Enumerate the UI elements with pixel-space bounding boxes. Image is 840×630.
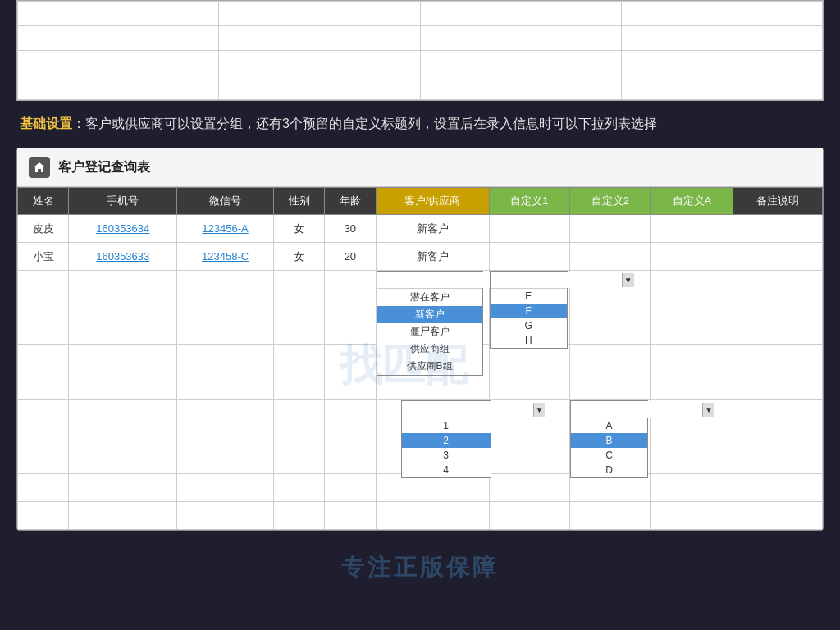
cell-type-dropdown2[interactable]: ▼ 1 2 3 4 xyxy=(376,400,489,474)
cell-age-empty xyxy=(325,271,376,345)
main-card: 客户登记查询表 姓名 手机号 微信号 性别 年龄 客户/供应商 自定义1 自定义… xyxy=(16,148,824,531)
dropdown-custom1-input[interactable] xyxy=(491,272,622,288)
dropdown-option[interactable]: 供应商组 xyxy=(377,340,482,358)
dropdown-input-row2: ▼ xyxy=(491,272,567,289)
dropdown-option[interactable]: 僵尸客户 xyxy=(377,323,482,340)
cell-custom1-dropdown[interactable]: ▼ E F G H xyxy=(489,271,569,345)
dropdown-option[interactable]: H xyxy=(491,333,567,348)
cell-notes xyxy=(733,215,823,243)
cell-age: 30 xyxy=(325,215,376,243)
dropdown-option-selected[interactable]: 2 xyxy=(402,433,491,448)
cell-gender-empty2 xyxy=(273,400,324,474)
dropdown-custom2-input[interactable] xyxy=(571,401,702,418)
cell-notes-empty xyxy=(733,271,823,345)
dropdown-custom1-list: E F G H xyxy=(491,289,567,348)
cell-type: 新客户 xyxy=(376,243,489,271)
cell-phone[interactable]: 160353634 xyxy=(69,215,177,243)
dropdown-option[interactable]: 潜在客户 xyxy=(377,289,482,306)
cell-gender: 女 xyxy=(273,243,324,271)
dropdown-option[interactable]: 1 xyxy=(402,418,491,433)
bottom-watermark: 专注正版保障 xyxy=(341,555,499,580)
cell-age: 20 xyxy=(325,243,376,271)
dropdown-option-selected[interactable]: F xyxy=(491,304,567,318)
col-custom2: 自定义2 xyxy=(570,188,651,215)
dropdown-arrow4-icon[interactable]: ▼ xyxy=(702,403,714,417)
cell-wechat-empty xyxy=(177,271,274,345)
dropdown-type-list: 潜在客户 新客户 僵尸客户 供应商组 供应商B组 xyxy=(377,289,482,375)
page-wrapper: 基础设置：客户或供应商可以设置分组，还有3个预留的自定义标题列，设置后在录入信息… xyxy=(0,0,840,630)
dropdown-option[interactable]: 4 xyxy=(402,463,491,477)
dropdown-type[interactable]: ▼ 潜在客户 新客户 僵尸客户 供应商组 供应商B组 xyxy=(377,271,483,376)
col-customA: 自定义A xyxy=(651,188,733,215)
top-table-area xyxy=(16,0,824,101)
dropdown-arrow2-icon[interactable]: ▼ xyxy=(622,273,634,287)
col-type: 客户/供应商 xyxy=(376,188,489,215)
description-text: ：客户或供应商可以设置分组，还有3个预留的自定义标题列，设置后在录入信息时可以下… xyxy=(72,116,657,130)
cell-gender: 女 xyxy=(273,215,324,243)
cell-age-empty2 xyxy=(325,400,376,474)
cell-phone-empty2 xyxy=(69,400,177,474)
dropdown-option[interactable]: D xyxy=(571,463,647,477)
cell-custom2-dropdown2[interactable]: ▼ A B C D xyxy=(570,400,651,474)
table-row-with-dropdown2: ▼ 1 2 3 4 xyxy=(18,400,823,474)
card-header: 客户登记查询表 xyxy=(17,148,823,187)
cell-custom2 xyxy=(570,215,651,243)
col-gender: 性别 xyxy=(273,188,324,215)
col-name: 姓名 xyxy=(18,188,69,215)
description-section: 基础设置：客户或供应商可以设置分组，还有3个预留的自定义标题列，设置后在录入信息… xyxy=(0,101,840,148)
cell-type-dropdown[interactable]: ▼ 潜在客户 新客户 僵尸客户 供应商组 供应商B组 xyxy=(376,271,489,345)
dropdown-type2-input[interactable] xyxy=(402,401,533,418)
table-row-with-dropdown: ▼ 潜在客户 新客户 僵尸客户 供应商组 供应商B组 xyxy=(18,271,823,345)
cell-notes xyxy=(733,243,823,271)
table-row xyxy=(18,502,823,530)
dropdown-custom2[interactable]: ▼ A B C D xyxy=(570,400,648,478)
cell-wechat[interactable]: 123458-C xyxy=(177,243,274,271)
dropdown-option[interactable]: E xyxy=(491,289,567,304)
dropdown-custom1[interactable]: ▼ E F G H xyxy=(490,271,568,349)
table-header-row: 姓名 手机号 微信号 性别 年龄 客户/供应商 自定义1 自定义2 自定义A 备… xyxy=(18,188,823,215)
cell-wechat[interactable]: 123456-A xyxy=(177,215,274,243)
dropdown-input-row4: ▼ xyxy=(571,401,647,418)
cell-type: 新客户 xyxy=(376,215,489,243)
bottom-section: 专注正版保障 xyxy=(0,547,840,591)
dropdown-option[interactable]: A xyxy=(571,418,647,433)
dropdown-type2[interactable]: ▼ 1 2 3 4 xyxy=(401,400,491,478)
col-age: 年龄 xyxy=(325,188,376,215)
col-phone: 手机号 xyxy=(69,188,177,215)
table-row: 皮皮 160353634 123456-A 女 30 新客户 xyxy=(18,215,823,243)
dropdown-option-selected[interactable]: 新客户 xyxy=(377,306,482,323)
dropdown-type-input[interactable] xyxy=(377,272,509,288)
col-custom1: 自定义1 xyxy=(489,188,569,215)
home-icon xyxy=(29,157,50,178)
cell-custom2 xyxy=(570,243,651,271)
dropdown-custom2-list: A B C D xyxy=(571,418,647,477)
cell-name: 小宝 xyxy=(18,243,69,271)
dropdown-input-row: ▼ xyxy=(377,272,482,289)
dropdown-option-selected[interactable]: B xyxy=(571,433,647,448)
cell-gender-empty xyxy=(273,271,324,345)
cell-wechat-empty2 xyxy=(177,400,274,474)
dropdown-option[interactable]: 3 xyxy=(402,448,491,463)
cell-customA-empty xyxy=(651,271,733,345)
dropdown-type2-list: 1 2 3 4 xyxy=(402,418,491,477)
dropdown-option[interactable]: C xyxy=(571,448,647,463)
cell-phone[interactable]: 160353633 xyxy=(69,243,177,271)
cell-custom1 xyxy=(489,215,569,243)
main-table: 姓名 手机号 微信号 性别 年龄 客户/供应商 自定义1 自定义2 自定义A 备… xyxy=(17,187,823,530)
cell-customA xyxy=(651,243,733,271)
cell-name: 皮皮 xyxy=(18,215,69,243)
table-row: 小宝 160353633 123458-C 女 20 新客户 xyxy=(18,243,823,271)
description-highlight: 基础设置 xyxy=(20,116,72,130)
cell-notes-empty2 xyxy=(733,400,823,474)
dropdown-option[interactable]: 供应商B组 xyxy=(377,358,482,375)
col-wechat: 微信号 xyxy=(177,188,274,215)
dropdown-arrow3-icon[interactable]: ▼ xyxy=(533,403,546,417)
cell-name-empty xyxy=(18,271,69,345)
dropdown-option[interactable]: G xyxy=(491,318,567,333)
cell-customA xyxy=(651,215,733,243)
cell-phone-empty xyxy=(69,271,177,345)
cell-name-empty2 xyxy=(18,400,69,474)
col-notes: 备注说明 xyxy=(733,188,823,215)
card-title: 客户登记查询表 xyxy=(58,159,150,176)
cell-custom1 xyxy=(489,243,569,271)
